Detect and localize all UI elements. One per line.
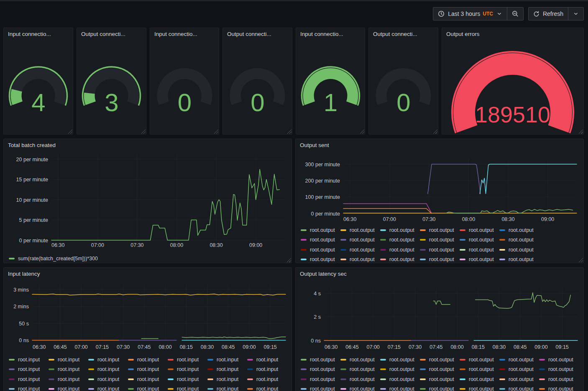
panel-resize-handle[interactable] (360, 129, 364, 134)
legend-item[interactable]: root.input (207, 374, 247, 384)
legend-item[interactable]: root.output (340, 365, 380, 375)
legend-item[interactable]: root.output (499, 255, 539, 263)
legend-item[interactable]: root.output (301, 225, 340, 235)
legend-item[interactable]: root.output (460, 235, 499, 245)
legend-item[interactable]: root.input (49, 384, 88, 391)
legend-item[interactable]: root.output (420, 384, 460, 391)
legend-item[interactable]: root.output (499, 235, 539, 245)
legend-item[interactable]: root.output (420, 374, 460, 384)
refresh-button[interactable]: Refresh (529, 8, 568, 20)
legend-item[interactable]: root.output (460, 225, 499, 235)
legend-item[interactable]: root.output (539, 374, 579, 384)
legend-item[interactable]: root.input (247, 374, 287, 384)
legend-item[interactable]: root.input (207, 365, 247, 375)
legend-item[interactable]: root.input (9, 384, 49, 391)
legend-item[interactable]: root.output (340, 235, 380, 245)
legend-item[interactable]: root.input (88, 374, 128, 384)
panel-title[interactable]: Input latency (8, 271, 40, 277)
legend-item[interactable]: root.output (460, 255, 499, 263)
legend-item[interactable]: root.output (420, 355, 460, 365)
legend-item[interactable]: root.input (9, 374, 49, 384)
legend-item[interactable]: root.input (207, 355, 247, 365)
legend-item[interactable]: root.output (499, 355, 539, 365)
legend-item[interactable]: root.output (301, 365, 340, 375)
legend-item[interactable]: root.output (539, 384, 579, 391)
panel-resize-handle[interactable] (68, 129, 72, 134)
panel-title[interactable]: Total batch created (8, 142, 56, 148)
legend-item[interactable]: root.input (49, 365, 88, 375)
legend-item[interactable]: root.output (460, 355, 499, 365)
panel-title[interactable]: Output latency sec (300, 271, 347, 277)
panel-resize-handle[interactable] (141, 129, 146, 134)
legend-item[interactable]: root.input (49, 374, 88, 384)
legend-item[interactable]: root.output (499, 384, 539, 391)
legend-item[interactable]: root.input (128, 355, 168, 365)
legend-item[interactable]: root.input (128, 374, 168, 384)
legend-item[interactable]: root.output (499, 374, 539, 384)
legend-item[interactable]: root.output (301, 255, 340, 263)
panel-title[interactable]: Output errors (446, 31, 480, 37)
panel-title[interactable]: Output connecti... (227, 31, 271, 37)
legend-item[interactable]: root.output (420, 245, 460, 255)
legend-item[interactable]: root.input (207, 384, 247, 391)
legend-item[interactable]: root.input (88, 384, 128, 391)
legend-item[interactable]: root.output (380, 235, 420, 245)
panel-title[interactable]: Input connectio... (300, 31, 343, 37)
legend-item[interactable]: root.output (460, 245, 499, 255)
legend-item[interactable]: root.output (301, 355, 340, 365)
legend-item[interactable]: root.input (49, 355, 88, 365)
legend-item[interactable]: root.output (539, 355, 579, 365)
time-series-chart[interactable]: 06:3007:0007:3008:0008:3009:000 per minu… (299, 153, 582, 223)
time-series-chart[interactable]: 06:3006:4507:0007:1507:3007:4508:0008:15… (7, 282, 290, 351)
panel-title[interactable]: Output sent (300, 142, 329, 148)
legend-item[interactable]: root.output (301, 245, 340, 255)
legend-item[interactable]: root.output (460, 384, 499, 391)
legend-item[interactable]: sum(rate(batch_created[5m]))*300 (9, 254, 134, 264)
panel-resize-handle[interactable] (287, 129, 291, 134)
legend-item[interactable]: root.input (168, 374, 207, 384)
refresh-interval-dropdown[interactable] (568, 8, 583, 20)
panel-resize-handle[interactable] (433, 129, 437, 134)
panel-title[interactable]: Input connectio... (154, 31, 197, 37)
legend-item[interactable]: root.input (9, 365, 49, 375)
time-series-chart[interactable]: 06:3007:0007:3008:0008:3009:000 per minu… (7, 153, 290, 253)
legend-item[interactable]: root.input (247, 355, 287, 365)
legend-item[interactable]: root.input (168, 384, 207, 391)
legend-item[interactable]: root.output (460, 365, 499, 375)
legend-item[interactable]: root.input (128, 384, 168, 391)
legend-item[interactable]: root.output (340, 384, 380, 391)
legend-item[interactable]: root.input (88, 355, 128, 365)
legend-item[interactable]: root.output (380, 384, 420, 391)
legend-item[interactable]: root.output (539, 365, 579, 375)
legend-item[interactable]: root.output (420, 255, 460, 263)
panel-resize-handle[interactable] (579, 129, 583, 134)
legend-item[interactable]: root.output (499, 245, 539, 255)
legend-item[interactable]: root.output (499, 225, 539, 235)
legend-item[interactable]: root.output (380, 365, 420, 375)
legend-item[interactable]: root.output (301, 384, 340, 391)
panel-title[interactable]: Input connectio... (8, 31, 51, 37)
legend-item[interactable]: root.output (380, 374, 420, 384)
legend-item[interactable]: root.output (460, 374, 499, 384)
legend-item[interactable]: root.input (168, 355, 207, 365)
zoom-out-button[interactable] (507, 8, 523, 20)
time-range-picker[interactable]: Last 3 hours UTC (433, 8, 507, 20)
legend-item[interactable]: root.output (380, 225, 420, 235)
panel-resize-handle[interactable] (579, 258, 583, 262)
legend-item[interactable]: root.output (340, 355, 380, 365)
panel-title[interactable]: Output connecti... (81, 31, 125, 37)
legend-item[interactable]: root.output (340, 374, 380, 384)
legend-item[interactable]: root.output (499, 365, 539, 375)
legend-item[interactable]: root.output (340, 225, 380, 235)
legend-item[interactable]: root.input (168, 365, 207, 375)
legend-item[interactable]: root.output (340, 245, 380, 255)
legend-item[interactable]: root.output (301, 374, 340, 384)
legend-item[interactable]: root.output (420, 235, 460, 245)
legend-item[interactable]: root.input (88, 365, 128, 375)
legend-item[interactable]: root.output (380, 355, 420, 365)
time-series-chart[interactable]: 06:3006:4507:0007:1507:3007:4508:0008:15… (299, 282, 582, 351)
legend-item[interactable]: root.input (247, 384, 287, 391)
legend-item[interactable]: root.output (420, 365, 460, 375)
legend-item[interactable]: root.output (340, 255, 380, 263)
legend-item[interactable]: root.output (301, 235, 340, 245)
